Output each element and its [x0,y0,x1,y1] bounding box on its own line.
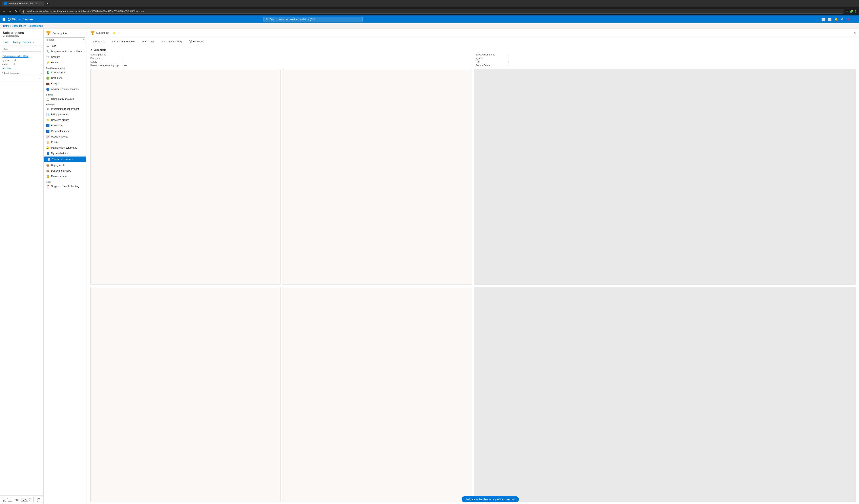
nav-item-my-permissions[interactable]: 👤 My permissions [44,151,87,156]
directory-icon[interactable]: ⬜ [828,18,832,21]
sub-name-label: Subscription name [476,53,507,56]
parent-mgmt-value: --- [124,64,126,67]
browser-tab[interactable]: Azure for Students - Micros... × [2,1,44,6]
essentials-section: ∧ Essentials Subscription ID : Directory [87,46,859,69]
change-directory-button[interactable]: → Change directory [158,39,185,44]
nav-item-cost-alerts[interactable]: 🟢 Cost alerts [44,75,87,81]
extension-icon[interactable]: 🧩 [850,10,853,13]
tags-icon: 🏷 [46,44,49,48]
nav-item-usage-quotas[interactable]: 📈 Usage + quotas [44,134,87,139]
back-button[interactable]: ← [2,9,6,14]
prev-button[interactable]: < Previous [2,497,13,503]
settings-icon[interactable]: ⚙ [841,18,844,21]
nav-item-billing-props[interactable]: 📊 Billing properties [44,112,87,117]
essentials-row-sub-id: Subscription ID : [90,53,471,56]
nav-item-label-support: Support + Troubleshooting [51,185,79,188]
col-more[interactable]: ... [40,72,42,74]
card-1 [90,69,281,285]
browser-chrome: Azure for Students - Micros... × + [0,0,859,7]
menu-icon[interactable]: ⋮ [854,10,857,13]
essentials-row-directory: Directory : [90,57,471,60]
favorite-icon[interactable]: ⭐ [112,31,116,34]
search-input[interactable] [2,47,42,52]
next-button[interactable]: Next > [33,497,42,503]
nav-search: × [44,37,87,43]
nav-item-resource-providers[interactable]: 📋 Resource providers [44,156,86,162]
filter-row-status: Status == all [2,63,42,66]
page-select[interactable]: 1 [21,498,28,502]
breadcrumb-subscriptions1[interactable]: Subscriptions [12,25,26,27]
help-icon[interactable]: ❓ [846,18,850,21]
nav-item-events[interactable]: ⚡ Events [44,60,87,65]
nav-item-security[interactable]: 🛡 Security [44,54,87,60]
breadcrumb-home[interactable]: Home [3,25,10,27]
new-tab-button[interactable]: + [45,2,49,5]
essentials-header: ∧ Essentials [90,48,856,51]
hamburger-menu[interactable]: ☰ [2,18,5,21]
nav-item-label-programmatic: Programmatic deployment [51,108,79,110]
forward-button[interactable]: → [8,9,12,14]
profile-icon[interactable]: 👤 [853,18,857,21]
feedback-button[interactable]: 💬 Feedback [186,39,206,44]
notifications-icon[interactable]: 🔔 [834,18,838,21]
cost-alerts-icon: 🟢 [46,76,49,80]
nav-item-label-security: Security [51,56,60,59]
subscriptions-filter-tag[interactable]: Subscriptions == global filter [2,55,29,58]
row-more[interactable]: ··· [39,77,41,80]
nav-item-support[interactable]: ❓ Support + Troubleshooting [44,183,87,189]
nav-item-label-resource-groups: Resource groups [51,119,69,121]
upgrade-button[interactable]: ↑ Upgrade [90,39,107,44]
column-header: Subscription name ↑↓ ... [0,71,43,75]
nav-item-deployment-stacks[interactable]: 📦 Deployment stacks [44,168,87,173]
col-name[interactable]: Subscription name ↑↓ [2,72,22,74]
bookmark-icon[interactable]: ☆ [846,10,848,13]
nav-item-billing-invoices[interactable]: 📋 Billing profile invoices [44,96,87,102]
nav-item-label-my-permissions: My permissions [51,152,67,155]
deployments-icon: 📦 [46,164,49,167]
cancel-subscription-button[interactable]: ✕ Cancel subscription [108,39,138,44]
close-button[interactable]: × [854,31,856,35]
nav-search-clear[interactable]: × [83,39,85,41]
rename-button[interactable]: ✏ Rename [139,39,156,44]
reload-button[interactable]: ↻ [14,9,18,14]
nav-item-resources[interactable]: 🟦 Resources [44,123,87,128]
nav-search-input[interactable] [45,37,85,42]
essentials-collapse-icon[interactable]: ∧ [90,48,92,51]
filter-row-role: My role == all [2,59,42,62]
feedback-icon: 💬 [189,40,192,43]
cloud-shell-icon[interactable]: ⬜ [822,18,825,21]
plan-label: Plan [476,60,507,63]
upgrade-label: Upgrade [95,40,104,43]
nav-item-programmatic[interactable]: ⚙ Programmatic deployment [44,106,87,112]
add-filter-button[interactable]: Add filter [2,67,12,70]
breadcrumb-subscriptions2[interactable]: Subscriptions [29,25,43,27]
nav-item-cost-analysis[interactable]: 💲 Cost analysis [44,70,87,75]
nav-item-budgets[interactable]: 💼 Budgets [44,81,87,86]
toolbar-more[interactable]: ··· [33,41,35,44]
nav-item-mgmt-certs[interactable]: 🔐 Management certificates [44,145,87,151]
azure-logo-icon: ⬡ [7,17,11,21]
subscription-row[interactable]: ··· [0,75,43,81]
nav-item-advisor[interactable]: 🔵 Advisor recommendations [44,86,87,92]
nav-item-resource-groups[interactable]: 📁 Resource groups [44,117,87,123]
nav-item-tags[interactable]: 🏷 Tags [44,43,87,49]
nav-item-diagnose[interactable]: 🔧 Diagnose and solve problems [44,49,87,54]
change-dir-label: Change directory [164,40,182,43]
nav-item-label-cost-alerts: Cost alerts [51,77,62,79]
manage-policies-button[interactable]: Manage Policies [12,40,32,44]
global-search-bar[interactable]: 🔍 Search resources, services, and docs (… [263,17,363,22]
nav-item-resource-locks[interactable]: 🔒 Resource locks [44,173,87,179]
help-section: Help [44,179,87,183]
browser-nav: ← → ↻ 🔒 portal.azure.com/# onmicrosoft.c… [0,7,859,15]
address-bar[interactable]: 🔒 portal.azure.com/# onmicrosoft.com/res… [19,9,844,14]
content-header-more[interactable]: ··· [118,31,120,34]
add-button[interactable]: + Add [2,40,11,44]
resources-icon: 🟦 [46,124,49,127]
nav-item-deployments[interactable]: 📦 Deployments [44,163,87,168]
nav-item-policies[interactable]: 📜 Policies [44,139,87,145]
annotation-tooltip: Navigate to the 'Resource providers' sec… [462,496,519,502]
nav-item-preview-features[interactable]: 🟦 Preview features [44,128,87,134]
status-filter-tag[interactable]: all [12,63,16,65]
tab-close-button[interactable]: × [40,3,41,5]
role-filter-tag[interactable]: all [13,59,17,62]
